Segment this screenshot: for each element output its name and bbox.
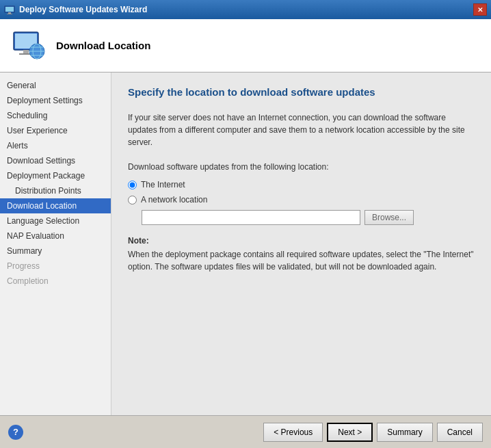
footer-left: ? bbox=[8, 425, 23, 440]
wizard-header-title: Download Location bbox=[56, 40, 150, 51]
network-location-input[interactable] bbox=[142, 210, 360, 225]
sidebar-item-download-location[interactable]: Download Location bbox=[0, 198, 111, 213]
content-area: Specify the location to download softwar… bbox=[111, 73, 491, 415]
radio-internet-row: The Internet bbox=[128, 180, 475, 189]
svg-rect-3 bbox=[7, 14, 12, 14]
sidebar-item-language-selection[interactable]: Language Selection bbox=[0, 213, 111, 228]
location-label: Download software updates from the follo… bbox=[128, 162, 475, 172]
title-bar-left: Deploy Software Updates Wizard bbox=[4, 4, 147, 15]
radio-network-row: A network location bbox=[128, 195, 475, 205]
title-bar-controls: ✕ bbox=[473, 3, 487, 16]
svg-rect-2 bbox=[8, 12, 11, 14]
sidebar-item-general[interactable]: General bbox=[0, 78, 111, 93]
sidebar-item-completion: Completion bbox=[0, 274, 111, 289]
cancel-button[interactable]: Cancel bbox=[437, 423, 483, 442]
footer-buttons: < Previous Next > Summary Cancel bbox=[263, 423, 483, 442]
radio-group: The Internet A network location Browse..… bbox=[128, 180, 475, 225]
sidebar-item-scheduling[interactable]: Scheduling bbox=[0, 108, 111, 123]
network-location-row: Browse... bbox=[142, 210, 475, 225]
svg-rect-6 bbox=[23, 50, 29, 53]
note-section: Note: When the deployment package contai… bbox=[128, 236, 475, 273]
wizard-icon bbox=[4, 4, 15, 15]
sidebar: GeneralDeployment SettingsSchedulingUser… bbox=[0, 73, 111, 415]
note-text: When the deployment package contains all… bbox=[128, 248, 475, 273]
wizard-footer: ? < Previous Next > Summary Cancel bbox=[0, 415, 491, 448]
help-icon[interactable]: ? bbox=[8, 425, 23, 440]
title-bar-text: Deploy Software Updates Wizard bbox=[19, 5, 147, 14]
title-bar: Deploy Software Updates Wizard ✕ bbox=[0, 0, 491, 19]
sidebar-item-user-experience[interactable]: User Experience bbox=[0, 123, 111, 138]
sidebar-item-nap-evaluation[interactable]: NAP Evaluation bbox=[0, 228, 111, 243]
sidebar-item-summary[interactable]: Summary bbox=[0, 243, 111, 259]
sidebar-item-progress: Progress bbox=[0, 259, 111, 274]
radio-network-label: A network location bbox=[141, 195, 207, 205]
info-box: If your site server does not have an Int… bbox=[128, 111, 475, 148]
content-title: Specify the location to download softwar… bbox=[128, 86, 475, 98]
sidebar-item-distribution-points[interactable]: Distribution Points bbox=[0, 183, 111, 198]
next-button[interactable]: Next > bbox=[327, 423, 373, 442]
info-text: If your site server does not have an Int… bbox=[128, 113, 465, 147]
previous-button[interactable]: < Previous bbox=[263, 423, 323, 442]
note-label: Note: bbox=[128, 236, 475, 246]
sidebar-item-download-settings[interactable]: Download Settings bbox=[0, 153, 111, 168]
radio-network[interactable] bbox=[128, 196, 137, 205]
sidebar-item-deployment-settings[interactable]: Deployment Settings bbox=[0, 93, 111, 108]
wizard-body: GeneralDeployment SettingsSchedulingUser… bbox=[0, 73, 491, 415]
radio-internet[interactable] bbox=[128, 181, 137, 189]
summary-button[interactable]: Summary bbox=[377, 423, 432, 442]
browse-button[interactable]: Browse... bbox=[364, 210, 414, 225]
sidebar-item-deployment-package[interactable]: Deployment Package bbox=[0, 168, 111, 183]
wizard-header: Download Location bbox=[0, 19, 491, 73]
sidebar-item-alerts[interactable]: Alerts bbox=[0, 138, 111, 153]
svg-rect-1 bbox=[5, 7, 14, 12]
radio-internet-label: The Internet bbox=[141, 180, 185, 189]
header-icon bbox=[11, 28, 47, 64]
close-button[interactable]: ✕ bbox=[473, 3, 487, 16]
